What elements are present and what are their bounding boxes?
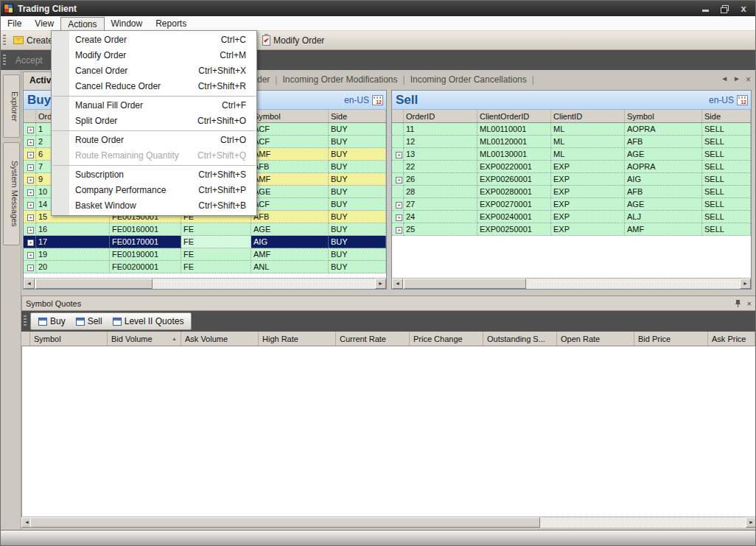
scroll-right-arrow[interactable]: ► xyxy=(746,517,756,528)
expand-plus-icon[interactable]: + xyxy=(396,152,402,158)
sell-row-22[interactable]: 22EXP00220001EXPAOPRASELL xyxy=(392,161,751,173)
buy-cell[interactable]: AFB xyxy=(251,161,329,173)
row-expander-cell[interactable]: + xyxy=(24,198,36,211)
buy-cell[interactable]: AMF xyxy=(251,173,329,186)
sell-cell[interactable]: 11 xyxy=(404,123,477,136)
sell-row-28[interactable]: 28EXP00280001EXPAFBSELL xyxy=(392,186,751,198)
buy-cell[interactable]: BUY xyxy=(329,123,386,136)
sell-cell[interactable]: 13 xyxy=(404,148,477,161)
row-expander-cell[interactable]: + xyxy=(24,211,36,223)
buy-grid-hscrollbar[interactable]: ◄ ► xyxy=(24,278,386,289)
buy-cell[interactable]: BUY xyxy=(329,148,386,161)
sell-col-header-expander[interactable] xyxy=(392,110,404,122)
expand-plus-icon[interactable]: + xyxy=(27,189,34,196)
buy-cell[interactable]: AFB xyxy=(251,211,329,223)
expand-plus-icon[interactable]: + xyxy=(396,227,402,234)
sell-cell[interactable]: SELL xyxy=(702,198,751,211)
buy-cell[interactable]: BUY xyxy=(329,161,386,173)
menu-view[interactable]: View xyxy=(28,17,60,30)
expand-plus-icon[interactable]: + xyxy=(27,252,34,259)
sell-cell[interactable]: EXP xyxy=(551,211,625,223)
row-expander-cell[interactable]: + xyxy=(24,123,36,136)
tab-close-icon[interactable]: × xyxy=(746,74,751,85)
buy-cell[interactable]: 20 xyxy=(36,261,110,273)
buy-cell[interactable]: AMF xyxy=(251,148,329,161)
expand-plus-icon[interactable]: + xyxy=(396,177,402,183)
sell-cell[interactable]: EXP00280001 xyxy=(477,186,551,198)
menu-item-basket-window[interactable]: Basket WindowCtrl+Shift+B xyxy=(52,198,256,214)
calendar-icon[interactable]: 12 xyxy=(737,95,748,105)
buy-col-header-Side[interactable]: Side xyxy=(329,110,386,122)
close-button[interactable]: x xyxy=(738,4,749,14)
scroll-left-arrow[interactable]: ◄ xyxy=(392,279,403,289)
buy-cell[interactable]: ANL xyxy=(251,261,329,273)
buy-cell[interactable]: ACF xyxy=(251,136,329,148)
row-expander-cell[interactable]: + xyxy=(392,211,404,223)
sell-col-header-OrderID[interactable]: OrderID xyxy=(404,110,477,122)
menu-item-split-order[interactable]: Split OrderCtrl+Shift+O xyxy=(52,113,256,129)
buy-cell[interactable]: AGE xyxy=(251,223,329,236)
buy-row-19[interactable]: +19FE00190001FEAMFBUY xyxy=(24,248,386,261)
scroll-right-arrow[interactable]: ► xyxy=(375,279,386,289)
buy-cell[interactable]: FE00170001 xyxy=(110,236,181,248)
buy-cell[interactable]: AMF xyxy=(251,248,329,261)
expand-plus-icon[interactable]: + xyxy=(27,202,34,209)
sell-cell[interactable]: EXP00270001 xyxy=(477,198,551,211)
row-expander-cell[interactable]: + xyxy=(392,223,404,236)
sell-cell[interactable]: 12 xyxy=(404,136,477,148)
quotes-sell-button[interactable]: Sell xyxy=(71,315,107,328)
buy-cell[interactable]: BUY xyxy=(329,248,386,261)
menu-item-modify-order[interactable]: Modify OrderCtrl+M xyxy=(52,48,256,63)
sell-col-header-Side[interactable]: Side xyxy=(702,110,751,122)
buy-cell[interactable]: BUY xyxy=(329,211,386,223)
buy-cell[interactable]: BUY xyxy=(329,173,386,186)
sell-cell[interactable]: ML00120001 xyxy=(477,136,551,148)
buy-cell[interactable]: BUY xyxy=(329,186,386,198)
row-expander-cell[interactable] xyxy=(392,136,404,148)
buy-cell[interactable]: FE00200001 xyxy=(110,261,181,273)
buy-row-20[interactable]: +20FE00200001FEANLBUY xyxy=(24,261,386,273)
sell-cell[interactable]: AFB xyxy=(625,136,702,148)
buy-cell[interactable]: FE xyxy=(181,248,251,261)
quotes-close-icon[interactable]: × xyxy=(747,299,752,308)
buy-cell[interactable]: FE xyxy=(181,236,251,248)
buy-cell[interactable]: AGE xyxy=(251,186,329,198)
menu-item-cancel-reduce-order[interactable]: Cancel Reduce OrderCtrl+Shift+R xyxy=(52,79,256,94)
scroll-right-arrow[interactable]: ► xyxy=(740,279,751,289)
sell-cell[interactable]: 22 xyxy=(404,161,477,173)
row-expander-cell[interactable]: + xyxy=(24,161,36,173)
accept-button[interactable]: Accept xyxy=(10,53,49,68)
row-expander-cell[interactable]: + xyxy=(392,198,404,211)
scroll-left-arrow[interactable]: ◄ xyxy=(24,279,35,289)
quotes-col-header-open-rate[interactable]: Open Rate xyxy=(557,332,634,346)
quotes-col-header-high-rate[interactable]: High Rate xyxy=(259,332,336,346)
quotes-col-header-symbol[interactable]: Symbol xyxy=(30,332,108,346)
sell-cell[interactable]: AOPRA xyxy=(625,161,702,173)
quotes-col-header-price-change[interactable]: Price Change xyxy=(410,332,483,346)
sell-cell[interactable]: EXP xyxy=(551,161,625,173)
menu-item-create-order[interactable]: Create OrderCtrl+C xyxy=(52,32,256,48)
buy-cell[interactable]: FE xyxy=(181,223,251,236)
buy-row-16[interactable]: +16FE00160001FEAGEBUY xyxy=(24,223,386,236)
scrollbar-thumb[interactable] xyxy=(30,517,540,528)
sell-cell[interactable]: ML00130001 xyxy=(477,148,551,161)
quotes-col-header-bid-volume[interactable]: Bid Volume▲ xyxy=(108,332,181,346)
sell-col-header-ClientOrderID[interactable]: ClientOrderID xyxy=(477,110,551,122)
toolbar-grip[interactable] xyxy=(24,315,27,327)
pin-icon[interactable] xyxy=(735,299,741,308)
row-expander-cell[interactable] xyxy=(392,186,404,198)
minimize-button[interactable] xyxy=(699,4,711,14)
buy-row-17[interactable]: +17FE00170001FEAIGBUY xyxy=(24,236,386,248)
toolbar-grip[interactable] xyxy=(3,55,6,66)
quotes-hscrollbar[interactable]: ◄ ► xyxy=(21,517,756,528)
menu-item-manual-fill-order[interactable]: Manual Fill OrderCtrl+F xyxy=(52,98,256,113)
row-expander-cell[interactable] xyxy=(392,161,404,173)
sell-cell[interactable]: ML00110001 xyxy=(477,123,551,136)
row-expander-cell[interactable]: + xyxy=(24,248,36,261)
sell-cell[interactable]: EXP xyxy=(551,223,625,236)
scrollbar-thumb[interactable] xyxy=(404,279,526,289)
expand-plus-icon[interactable]: + xyxy=(27,164,34,171)
sell-col-header-Symbol[interactable]: Symbol xyxy=(625,110,702,122)
quotes-col-header-current-rate[interactable]: Current Rate xyxy=(336,332,410,346)
sell-cell[interactable]: EXP00240001 xyxy=(477,211,551,223)
